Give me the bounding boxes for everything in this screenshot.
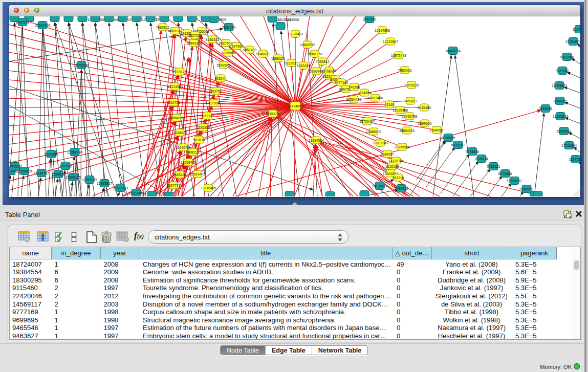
svg-text:2020655: 2020655: [45, 152, 58, 156]
svg-text:9857771: 9857771: [167, 184, 181, 187]
svg-text:10973493: 10973493: [391, 54, 406, 57]
svg-text:14136141: 14136141: [372, 184, 387, 188]
svg-text:19654982: 19654982: [169, 116, 184, 120]
svg-text:2718176: 2718176: [173, 70, 187, 74]
svg-text:29756928: 29756928: [395, 145, 410, 149]
svg-text:16640910: 16640910: [300, 43, 315, 47]
svg-text:23495798: 23495798: [402, 115, 417, 118]
svg-text:3267110: 3267110: [201, 114, 214, 118]
svg-text:9245652: 9245652: [520, 187, 534, 191]
svg-text:5242848: 5242848: [217, 63, 231, 67]
svg-text:12213363: 12213363: [167, 85, 183, 89]
svg-text:13716485: 13716485: [201, 186, 216, 190]
svg-text:14120746: 14120746: [388, 159, 404, 163]
svg-text:7357214: 7357214: [222, 26, 236, 29]
svg-text:10395817: 10395817: [97, 182, 112, 185]
svg-text:21364436: 21364436: [346, 98, 361, 101]
svg-text:12975115: 12975115: [404, 83, 419, 87]
svg-text:1217403: 1217403: [573, 28, 580, 31]
svg-text:2087642: 2087642: [363, 17, 377, 21]
svg-text:9215460: 9215460: [418, 106, 431, 110]
svg-text:18300295: 18300295: [265, 112, 280, 116]
svg-text:15751074: 15751074: [565, 40, 580, 43]
svg-text:1644095: 1644095: [430, 128, 444, 132]
svg-text:4498222: 4498222: [186, 150, 200, 154]
svg-text:3624554: 3624554: [358, 91, 372, 95]
svg-text:6322037: 6322037: [285, 61, 298, 65]
svg-text:15692901: 15692901: [556, 129, 572, 133]
svg-text:17016504: 17016504: [561, 144, 577, 147]
svg-text:18724007: 18724007: [288, 104, 303, 108]
svg-text:12505135: 12505135: [66, 176, 81, 179]
svg-text:8471626: 8471626: [498, 172, 512, 176]
svg-text:9463627: 9463627: [404, 99, 418, 103]
svg-text:19166822: 19166822: [172, 131, 187, 135]
svg-text:13342757: 13342757: [34, 171, 49, 175]
svg-text:20053346: 20053346: [74, 63, 89, 67]
svg-text:8660124: 8660124: [168, 29, 182, 33]
svg-text:567833: 567833: [193, 138, 205, 142]
svg-text:16154808: 16154808: [375, 29, 390, 32]
svg-text:17957225: 17957225: [82, 178, 97, 182]
svg-text:15046766: 15046766: [176, 146, 191, 149]
svg-text:3215958: 3215958: [539, 107, 553, 111]
svg-text:9323966: 9323966: [560, 55, 574, 59]
svg-text:17359924: 17359924: [67, 150, 82, 154]
svg-text:252214: 252214: [393, 176, 404, 180]
svg-text:9327505: 9327505: [188, 34, 202, 37]
svg-text:13325419: 13325419: [288, 32, 303, 36]
svg-text:12156829: 12156829: [16, 169, 32, 173]
svg-text:16648764: 16648764: [445, 49, 461, 53]
svg-text:7625402: 7625402: [173, 173, 187, 177]
svg-text:62160: 62160: [385, 103, 395, 106]
svg-text:942752: 942752: [210, 90, 222, 93]
svg-text:9777169: 9777169: [335, 81, 349, 84]
svg-text:16961758: 16961758: [307, 52, 322, 56]
svg-text:7632621: 7632621: [487, 165, 500, 168]
svg-text:7663822: 7663822: [156, 26, 170, 29]
svg-text:16782759: 16782759: [113, 186, 128, 190]
svg-text:19384554: 19384554: [309, 139, 324, 142]
svg-text:10807486: 10807486: [367, 96, 383, 100]
svg-text:9397585: 9397585: [59, 164, 73, 168]
svg-text:2967608: 2967608: [230, 45, 244, 48]
svg-text:10688609: 10688609: [366, 130, 381, 134]
svg-text:1699695: 1699695: [418, 122, 432, 125]
svg-text:9227342: 9227342: [556, 69, 570, 73]
svg-text:1405571: 1405571: [16, 20, 30, 24]
svg-text:8457479: 8457479: [243, 48, 257, 52]
svg-text:6990448: 6990448: [310, 70, 323, 73]
svg-text:1535359: 1535359: [197, 126, 210, 129]
svg-text:1362615: 1362615: [297, 64, 311, 68]
svg-text:20691406: 20691406: [35, 24, 50, 27]
svg-text:803144: 803144: [215, 77, 227, 80]
svg-text:10654122: 10654122: [507, 179, 522, 183]
svg-text:12213967: 12213967: [383, 40, 398, 43]
svg-text:2935114: 2935114: [475, 157, 488, 161]
svg-text:16210643: 16210643: [553, 115, 568, 118]
svg-text:1244415: 1244415: [553, 99, 567, 103]
svg-text:746266: 746266: [349, 85, 360, 89]
svg-text:1810755: 1810755: [167, 101, 181, 104]
svg-text:5875685: 5875685: [222, 51, 235, 55]
svg-text:417004: 417004: [208, 101, 220, 105]
svg-text:7955812: 7955812: [316, 60, 330, 63]
svg-text:10025458: 10025458: [393, 108, 408, 112]
svg-text:7485063: 7485063: [398, 69, 412, 72]
svg-text:9218506: 9218506: [286, 18, 299, 21]
svg-text:16543362: 16543362: [186, 41, 202, 45]
svg-text:6679197: 6679197: [451, 143, 465, 147]
svg-text:8186323: 8186323: [206, 38, 220, 41]
svg-text:12093822: 12093822: [552, 84, 567, 87]
svg-text:9146821: 9146821: [256, 52, 270, 56]
svg-text:9384067: 9384067: [381, 152, 395, 156]
svg-text:6794028: 6794028: [322, 69, 336, 73]
svg-text:1167533: 1167533: [569, 158, 580, 161]
svg-text:8938925: 8938925: [442, 136, 455, 140]
svg-text:10654923: 10654923: [399, 129, 415, 133]
svg-text:1733416: 1733416: [395, 187, 408, 190]
svg-text:9474444: 9474444: [466, 150, 480, 154]
svg-text:16914479: 16914479: [190, 172, 205, 176]
svg-text:12023446: 12023446: [128, 191, 144, 195]
svg-text:1615132: 1615132: [385, 165, 399, 168]
